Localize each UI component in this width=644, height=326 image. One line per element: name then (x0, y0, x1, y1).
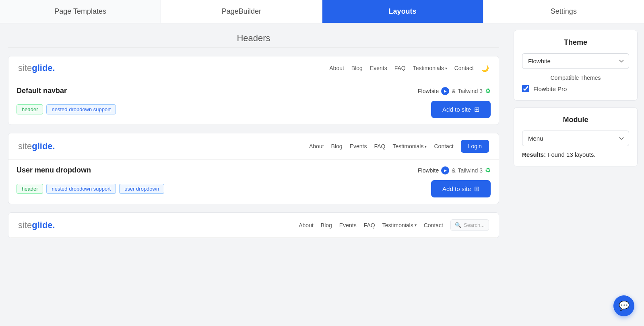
meta-framework-1: Tailwind 3 (458, 88, 483, 94)
meta-brand-1: Flowbite (418, 88, 439, 94)
top-navigation: Page Templates PageBuilder Layouts Setti… (0, 0, 644, 23)
preview-logo-1: siteglide. (18, 63, 55, 73)
content-area: Headers siteglide. About Blog Events FAQ… (0, 23, 507, 317)
search-placeholder-preview: Search... (464, 222, 485, 228)
nav-faq-2: FAQ (374, 143, 385, 150)
nav-testimonials-1: Testimonials ▾ (413, 65, 447, 71)
meta-framework-2: Tailwind 3 (458, 167, 483, 174)
nav-faq-3: FAQ (364, 222, 375, 228)
tab-page-templates[interactable]: Page Templates (0, 0, 161, 23)
nav-blog-2: Blog (331, 143, 343, 150)
add-btn-label-1: Add to site (442, 106, 471, 113)
tag-nested-dropdown-2: nested dropdown support (46, 184, 116, 194)
results-label: Results: (522, 151, 546, 158)
card-title-user-menu: User menu dropdown (17, 166, 91, 174)
logo-site-text-3: site (18, 220, 32, 230)
preview-search-navbar: siteglide. About Blog Events FAQ Testimo… (8, 213, 499, 238)
layout-card-search-navbar: siteglide. About Blog Events FAQ Testimo… (8, 212, 499, 238)
search-bar-preview: 🔍 Search... (450, 219, 489, 231)
nav-testimonials-2: Testimonials ▾ (392, 143, 427, 150)
add-btn-icon-2: ⊞ (474, 185, 479, 193)
nav-about-2: About (309, 143, 324, 150)
nav-testimonials-3: Testimonials ▾ (382, 222, 417, 228)
tab-layouts[interactable]: Layouts (322, 0, 483, 23)
compatible-theme-checkbox-row: Flowbite Pro (522, 85, 629, 92)
nav-contact-1: Contact (454, 65, 474, 71)
results-value: Found 13 layouts. (547, 151, 595, 158)
preview-logo-2: siteglide. (18, 141, 55, 152)
logo-glide-text: glide. (32, 63, 55, 73)
nav-blog-3: Blog (321, 222, 332, 228)
theme-select[interactable]: Flowbite Bootstrap Tailwind (522, 53, 629, 69)
preview-nav-3: About Blog Events FAQ Testimonials ▾ Con… (299, 219, 489, 231)
search-icon-preview: 🔍 (455, 222, 461, 228)
card-meta-1: Flowbite ▶ & Tailwind 3 ♻ (418, 87, 491, 95)
logo-site-text: site (18, 63, 32, 73)
preview-default-navbar: siteglide. About Blog Events FAQ Testimo… (8, 56, 499, 80)
nav-events-3: Events (339, 222, 357, 228)
preview-user-menu: siteglide. About Blog Events FAQ Testimo… (8, 133, 499, 160)
layout-card-default-navbar: siteglide. About Blog Events FAQ Testimo… (8, 56, 499, 125)
recycle-icon-1: ♻ (485, 87, 491, 95)
logo-glide-text-2: glide. (32, 141, 55, 152)
nav-about-1: About (329, 65, 344, 71)
add-btn-icon-1: ⊞ (474, 106, 479, 113)
nav-events-1: Events (370, 65, 387, 71)
nav-faq-1: FAQ (394, 65, 406, 71)
chat-icon: 💬 (619, 301, 630, 311)
tags-1: header nested dropdown support (17, 104, 116, 114)
chat-button[interactable]: 💬 (613, 295, 634, 316)
play-icon-1: ▶ (441, 87, 449, 95)
moon-icon: 🌙 (481, 64, 489, 72)
card-meta-2: Flowbite ▶ & Tailwind 3 ♻ (418, 166, 491, 174)
tag-user-dropdown-2: user dropdown (119, 184, 164, 194)
sidebar: Theme Flowbite Bootstrap Tailwind Compat… (507, 23, 644, 317)
add-to-site-button-2[interactable]: Add to site ⊞ (431, 180, 491, 197)
add-to-site-button-1[interactable]: Add to site ⊞ (431, 101, 491, 118)
meta-brand-2: Flowbite (418, 167, 439, 174)
nav-events-2: Events (350, 143, 367, 150)
card-title-default-navbar: Default navbar (17, 87, 67, 95)
play-icon-2: ▶ (441, 166, 449, 174)
logo-glide-text-3: glide. (32, 220, 55, 230)
tag-header-2: header (17, 184, 43, 194)
card-header-row-1: Default navbar Flowbite ▶ & Tailwind 3 ♻ (17, 87, 491, 95)
nav-about-3: About (299, 222, 314, 228)
theme-panel-title: Theme (522, 38, 629, 47)
module-select[interactable]: Menu Header Footer (522, 131, 629, 146)
chevron-icon-2: ▾ (425, 144, 427, 149)
card-info-default-navbar: Default navbar Flowbite ▶ & Tailwind 3 ♻… (8, 80, 499, 125)
chevron-icon-1: ▾ (445, 66, 447, 71)
preview-nav-1: About Blog Events FAQ Testimonials ▾ Con… (329, 64, 489, 72)
preview-login-btn[interactable]: Login (461, 140, 489, 153)
section-title: Headers (8, 33, 499, 48)
preview-nav-2: About Blog Events FAQ Testimonials ▾ Con… (309, 140, 489, 153)
meta-amp-1: & (452, 88, 455, 94)
chevron-icon-3: ▾ (415, 223, 417, 227)
nav-blog-1: Blog (351, 65, 363, 71)
tab-settings[interactable]: Settings (483, 0, 644, 23)
recycle-icon-2: ♻ (485, 166, 491, 174)
results-text: Results: Found 13 layouts. (522, 151, 629, 158)
logo-site-text-2: site (18, 141, 32, 152)
flowbite-pro-label: Flowbite Pro (533, 85, 567, 92)
preview-logo-3: siteglide. (18, 220, 55, 230)
card-info-user-menu: User menu dropdown Flowbite ▶ & Tailwind… (8, 160, 499, 204)
module-panel: Module Menu Header Footer Results: Found… (514, 107, 638, 166)
layout-card-user-menu: siteglide. About Blog Events FAQ Testimo… (8, 133, 499, 204)
card-header-row-2: User menu dropdown Flowbite ▶ & Tailwind… (17, 166, 491, 174)
nav-contact-2: Contact (434, 143, 453, 150)
meta-amp-2: & (452, 167, 455, 174)
tag-nested-dropdown-1: nested dropdown support (46, 104, 116, 114)
card-footer-row-2: header nested dropdown support user drop… (17, 180, 491, 197)
theme-panel: Theme Flowbite Bootstrap Tailwind Compat… (514, 30, 638, 101)
card-footer-row-1: header nested dropdown support Add to si… (17, 101, 491, 118)
flowbite-pro-checkbox[interactable] (522, 85, 529, 92)
module-panel-title: Module (522, 116, 629, 124)
nav-contact-3: Contact (424, 222, 443, 228)
compatible-themes-label: Compatible Themes (522, 75, 629, 81)
add-btn-label-2: Add to site (442, 185, 471, 192)
tags-2: header nested dropdown support user drop… (17, 184, 164, 194)
tag-header-1: header (17, 104, 43, 114)
tab-pagebuilder[interactable]: PageBuilder (161, 0, 322, 23)
